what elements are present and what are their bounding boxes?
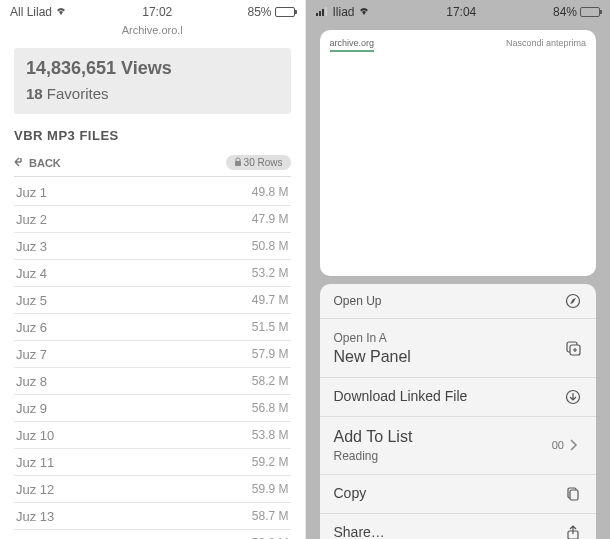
file-row[interactable]: Juz 549.7 M (14, 287, 291, 314)
file-row[interactable]: Juz 651.5 M (14, 314, 291, 341)
file-row[interactable]: Juz 956.8 M (14, 395, 291, 422)
views-number: 14,836,651 (26, 58, 116, 78)
add-list-line2: Reading (334, 449, 379, 463)
menu-open-panel-label: Open In A New Panel (334, 329, 411, 367)
wifi-icon (55, 5, 67, 19)
menu-copy[interactable]: Copy (320, 475, 597, 514)
file-size: 59.9 M (252, 482, 289, 496)
back-arrow-icon (14, 157, 26, 169)
carrier-label: All Lilad (10, 5, 52, 19)
menu-download[interactable]: Download Linked File (320, 378, 597, 417)
file-size: 59.2 M (252, 455, 289, 469)
file-row[interactable]: Juz 350.8 M (14, 233, 291, 260)
file-size: 49.8 M (252, 185, 289, 199)
status-time-right: 17:04 (446, 5, 476, 19)
file-size: 51.5 M (252, 320, 289, 334)
menu-open-up[interactable]: Open Up (320, 284, 597, 319)
back-button[interactable]: BACK (14, 157, 61, 169)
file-size: 47.9 M (252, 212, 289, 226)
download-icon (564, 388, 582, 406)
battery-icon-right (580, 7, 600, 17)
files-header: VBR MP3 FILES (14, 128, 291, 143)
favorites-count: 18 Favorites (26, 85, 279, 102)
share-icon (564, 524, 582, 539)
preview-card: archive.org Nascondi anteprima (320, 30, 597, 276)
menu-open-up-label: Open Up (334, 294, 382, 309)
file-size: 58.2 M (252, 374, 289, 388)
file-list: Juz 149.8 MJuz 247.9 MJuz 350.8 MJuz 453… (14, 179, 291, 539)
preview-title: archive.org (330, 38, 375, 52)
file-row[interactable]: Juz 1358.7 M (14, 503, 291, 530)
file-name: Juz 9 (16, 401, 47, 416)
file-size: 58.7 M (252, 509, 289, 523)
left-screen: All Lilad 17:02 85% Archive.oro.l 14,836… (0, 0, 306, 539)
files-section: VBR MP3 FILES BACK 30 Rows Juz 149.8 MJu… (14, 128, 291, 539)
right-screen: Iliad 17:04 84% archive.org Nascondi ant… (306, 0, 611, 539)
file-size: 50.8 M (252, 239, 289, 253)
hide-preview-link[interactable]: Nascondi anteprima (506, 38, 586, 52)
open-panel-line1: Open In A (334, 331, 387, 345)
address-bar: Archive.oro.l (0, 22, 305, 42)
file-name: Juz 2 (16, 212, 47, 227)
copy-icon (564, 485, 582, 503)
file-size: 53.8 M (252, 428, 289, 442)
file-name: Juz 7 (16, 347, 47, 362)
file-size: 57.9 M (252, 347, 289, 361)
file-row[interactable]: Juz 1259.9 M (14, 476, 291, 503)
add-list-trail: 00 (552, 439, 564, 451)
rows-label: 30 Rows (244, 157, 283, 168)
status-carrier: All Lilad (10, 5, 67, 19)
file-name: Juz 11 (16, 455, 54, 470)
file-name: Juz 3 (16, 239, 47, 254)
file-size: 53.2 M (252, 266, 289, 280)
file-name: Juz 4 (16, 266, 47, 281)
file-name: Juz 5 (16, 293, 47, 308)
file-name: Juz 12 (16, 482, 54, 497)
svg-rect-0 (235, 161, 241, 166)
context-menu: Open Up Open In A New Panel Download Lin… (320, 284, 597, 539)
chevron-right-icon: 00 (552, 436, 582, 454)
menu-copy-label: Copy (334, 485, 367, 503)
favs-label: Favorites (47, 85, 109, 102)
views-count: 14,836,651 Views (26, 58, 279, 79)
file-row[interactable]: Juz 1053.8 M (14, 422, 291, 449)
file-row[interactable]: Juz 858.2 M (14, 368, 291, 395)
add-list-line1: Add To List (334, 428, 413, 445)
files-controls: BACK 30 Rows (14, 155, 291, 177)
file-name: Juz 6 (16, 320, 47, 335)
signal-icon (316, 5, 330, 19)
file-name: Juz 10 (16, 428, 54, 443)
battery-label-right: 84% (553, 5, 577, 19)
menu-share[interactable]: Share… (320, 514, 597, 539)
rows-badge[interactable]: 30 Rows (226, 155, 291, 170)
back-label: BACK (29, 157, 61, 169)
status-bar-right: Iliad 17:04 84% (306, 0, 611, 22)
menu-download-label: Download Linked File (334, 388, 468, 406)
svg-rect-2 (319, 11, 321, 16)
file-name: Juz 8 (16, 374, 47, 389)
compass-icon (564, 292, 582, 310)
file-name: Juz 13 (16, 509, 54, 524)
open-panel-line2: New Panel (334, 348, 411, 365)
menu-add-list[interactable]: Add To List Reading 00 (320, 417, 597, 476)
status-battery-right: 84% (553, 5, 600, 19)
file-row[interactable]: Juz 453.2 M (14, 260, 291, 287)
menu-open-panel[interactable]: Open In A New Panel (320, 319, 597, 378)
favs-number: 18 (26, 85, 43, 102)
file-row[interactable]: Juz 247.9 M (14, 206, 291, 233)
file-row[interactable]: Juz 757.9 M (14, 341, 291, 368)
svg-rect-4 (325, 7, 327, 16)
file-row[interactable]: Juz 1453.2 M (14, 530, 291, 539)
file-name: Juz 1 (16, 185, 47, 200)
carrier-label-right: Iliad (333, 5, 355, 19)
file-row[interactable]: Juz 149.8 M (14, 179, 291, 206)
status-battery: 85% (247, 5, 294, 19)
battery-label: 85% (247, 5, 271, 19)
status-carrier-right: Iliad (316, 5, 370, 19)
plus-square-icon (564, 339, 582, 357)
svg-rect-3 (322, 9, 324, 16)
preview-header: archive.org Nascondi anteprima (330, 38, 587, 52)
file-row[interactable]: Juz 1159.2 M (14, 449, 291, 476)
status-bar: All Lilad 17:02 85% (0, 0, 305, 22)
file-size: 49.7 M (252, 293, 289, 307)
